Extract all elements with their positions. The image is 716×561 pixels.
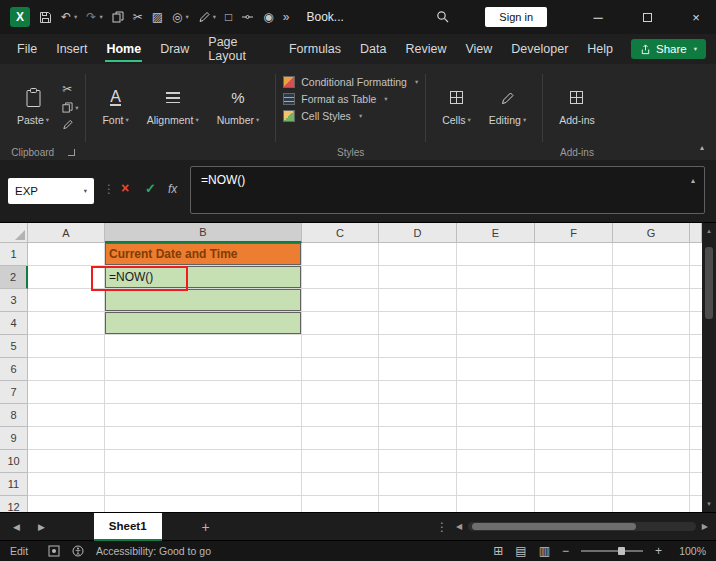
cell-A9[interactable] — [28, 427, 105, 450]
cell-E5[interactable] — [457, 335, 535, 358]
more-commands-icon[interactable]: » — [283, 10, 290, 24]
cell-A3[interactable] — [28, 289, 105, 312]
cell-C11[interactable] — [302, 473, 379, 496]
cell-C7[interactable] — [302, 381, 379, 404]
cancel-entry-button[interactable]: × — [121, 180, 129, 196]
cell-C5[interactable] — [302, 335, 379, 358]
cell-G2[interactable] — [613, 266, 690, 289]
sign-in-button[interactable]: Sign in — [485, 7, 547, 27]
column-header-D[interactable]: D — [379, 223, 457, 243]
cell-G3[interactable] — [613, 289, 690, 312]
accessibility-status[interactable]: Accessibility: Good to go — [96, 545, 211, 557]
column-header-A[interactable]: A — [28, 223, 105, 243]
row-header-3[interactable]: 3 — [0, 289, 28, 312]
cell-B3[interactable] — [105, 289, 302, 312]
close-button[interactable]: × — [676, 0, 716, 34]
new-document-icon[interactable]: □ — [225, 10, 232, 24]
cell-E3[interactable] — [457, 289, 535, 312]
cell-filler-11[interactable] — [690, 473, 702, 496]
cell-G7[interactable] — [613, 381, 690, 404]
horizontal-scrollbar[interactable]: ◀ ▶ — [456, 522, 708, 531]
cut-icon[interactable]: ✂ — [133, 10, 143, 24]
row-header-12[interactable]: 12 — [0, 496, 28, 512]
previous-sheet-button[interactable]: ◀ — [4, 522, 29, 532]
cell-E9[interactable] — [457, 427, 535, 450]
tab-formulas[interactable]: Formulas — [288, 36, 342, 62]
cell-F7[interactable] — [535, 381, 613, 404]
cell-B11[interactable] — [105, 473, 302, 496]
cell-E7[interactable] — [457, 381, 535, 404]
cell-G12[interactable] — [613, 496, 690, 512]
cell-B4[interactable] — [105, 312, 302, 335]
cell-D5[interactable] — [379, 335, 457, 358]
row-header-9[interactable]: 9 — [0, 427, 28, 450]
tab-draw[interactable]: Draw — [159, 36, 190, 62]
cell-B8[interactable] — [105, 404, 302, 427]
cell-E11[interactable] — [457, 473, 535, 496]
cell-B9[interactable] — [105, 427, 302, 450]
scroll-left-icon[interactable]: ◀ — [456, 522, 462, 531]
cell-F9[interactable] — [535, 427, 613, 450]
cell-filler-2[interactable] — [690, 266, 702, 289]
draw-tool-icon[interactable]: ▾ — [198, 11, 216, 23]
next-sheet-button[interactable]: ▶ — [29, 522, 54, 532]
vertical-scrollbar[interactable]: ▴ ▾ — [702, 223, 716, 512]
cell-D2[interactable] — [379, 266, 457, 289]
tab-review[interactable]: Review — [404, 36, 447, 62]
cell-A1[interactable] — [28, 243, 105, 266]
cell-A12[interactable] — [28, 496, 105, 512]
merge-icon[interactable] — [241, 12, 254, 22]
cell-B7[interactable] — [105, 381, 302, 404]
cell-G5[interactable] — [613, 335, 690, 358]
tab-page-layout[interactable]: Page Layout — [207, 29, 271, 69]
cell-filler-5[interactable] — [690, 335, 702, 358]
cell-C12[interactable] — [302, 496, 379, 512]
camera-icon[interactable]: ◉ — [263, 10, 273, 24]
zoom-in-button[interactable]: + — [655, 544, 662, 558]
cell-filler-8[interactable] — [690, 404, 702, 427]
tab-home[interactable]: Home — [105, 36, 142, 62]
tab-insert[interactable]: Insert — [55, 36, 88, 62]
cell-F12[interactable] — [535, 496, 613, 512]
column-header-B[interactable]: B — [105, 223, 302, 243]
cell-E12[interactable] — [457, 496, 535, 512]
cell-F10[interactable] — [535, 450, 613, 473]
cell-styles-button[interactable]: Cell Styles▾ — [283, 110, 418, 122]
tab-developer[interactable]: Developer — [510, 36, 569, 62]
cell-D11[interactable] — [379, 473, 457, 496]
enter-entry-button[interactable]: ✓ — [145, 181, 156, 196]
collapse-ribbon-icon[interactable]: ▴ — [700, 143, 704, 152]
horizontal-scroll-track[interactable] — [468, 522, 696, 531]
cell-E4[interactable] — [457, 312, 535, 335]
cell-filler-3[interactable] — [690, 289, 702, 312]
cell-F2[interactable] — [535, 266, 613, 289]
cell-A10[interactable] — [28, 450, 105, 473]
cell-C10[interactable] — [302, 450, 379, 473]
cell-A5[interactable] — [28, 335, 105, 358]
cell-E1[interactable] — [457, 243, 535, 266]
tab-view[interactable]: View — [464, 36, 493, 62]
cell-F8[interactable] — [535, 404, 613, 427]
editing-button[interactable]: Editing▾ — [480, 85, 535, 128]
cell-C1[interactable] — [302, 243, 379, 266]
row-header-11[interactable]: 11 — [0, 473, 28, 496]
name-box[interactable]: EXP ▾ — [8, 178, 94, 204]
row-header-6[interactable]: 6 — [0, 358, 28, 381]
cell-D9[interactable] — [379, 427, 457, 450]
vertical-scroll-thumb[interactable] — [705, 247, 713, 319]
cells-button[interactable]: Cells▾ — [433, 85, 480, 128]
cell-E8[interactable] — [457, 404, 535, 427]
cell-A6[interactable] — [28, 358, 105, 381]
cell-C6[interactable] — [302, 358, 379, 381]
zoom-level[interactable]: 100% — [674, 545, 706, 557]
share-button[interactable]: Share▾ — [631, 39, 706, 59]
cell-A4[interactable] — [28, 312, 105, 335]
zoom-slider[interactable] — [581, 550, 643, 552]
minimize-button[interactable]: ─ — [578, 0, 618, 34]
normal-view-button[interactable]: ⊞ — [493, 544, 503, 558]
cell-G10[interactable] — [613, 450, 690, 473]
row-header-8[interactable]: 8 — [0, 404, 28, 427]
cell-D7[interactable] — [379, 381, 457, 404]
cell-B1[interactable]: Current Date and Time — [105, 243, 302, 266]
cell-D6[interactable] — [379, 358, 457, 381]
